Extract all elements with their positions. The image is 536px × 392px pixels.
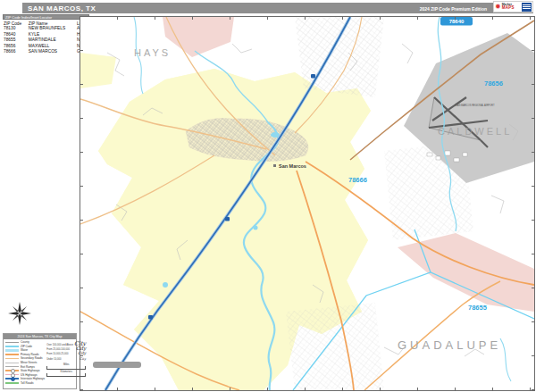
scale-bar-kilometers: Kilometers <box>46 371 86 377</box>
map-svg: HAYS CALDWELL GUADALUPE SAN MARCOS REGIO… <box>80 17 534 390</box>
page-title: SAN MARCOS, TX <box>28 4 96 13</box>
legend-panel: 2024 San Marcos, TX City Map County ZIP … <box>3 333 77 389</box>
map-canvas: HAYS CALDWELL GUADALUPE SAN MARCOS REGIO… <box>80 16 535 391</box>
zip-index-table: ZIP Code ZIP Name LOC 78130 NEW BRAUNFEL… <box>3 21 89 55</box>
pond <box>163 282 168 288</box>
zip-label-78666: 78666 <box>348 176 367 184</box>
road-label-capsule <box>93 362 141 368</box>
edition-label: 2024 ZIP Code Premium Edition <box>420 6 487 12</box>
compass-rose-icon <box>6 300 33 330</box>
zip-area-yellow-patch <box>80 53 116 88</box>
marketmaps-logo: ✹ Market MAPS <box>493 1 533 13</box>
street-texture-south <box>286 303 384 390</box>
zip-index-title: ZIP Code Index/Inset Locator <box>3 14 89 20</box>
grid-ticks-bottom <box>80 388 534 390</box>
city-area-martindale <box>398 233 534 312</box>
zip-index-panel: ZIP Code Index/Inset Locator ZIP Code ZI… <box>3 14 89 55</box>
county-label-hays: HAYS <box>134 47 171 58</box>
population-row: Under 10,000City <box>46 357 86 363</box>
table-row: 78666 SAN MARCOS G6 <box>3 49 89 55</box>
logo-burst-icon: ✹ <box>495 4 501 11</box>
pond <box>254 226 258 230</box>
street-texture-north <box>295 17 384 97</box>
logo-word-bottom: MAPS <box>502 6 515 11</box>
zip-label-78656: 78656 <box>484 79 503 88</box>
grid-ticks-top <box>80 17 534 20</box>
header-bar: SAN MARCOS, TX 2024 ZIP Code Premium Edi… <box>22 3 533 13</box>
city-area-kyle <box>163 17 234 57</box>
legend-item: Toll Roads <box>5 380 45 385</box>
city-marker <box>273 164 276 167</box>
legend-items: County ZIP Code Water Primary Roads Seco… <box>5 340 45 385</box>
city-label: San Marcos <box>279 163 306 169</box>
grid-ticks-right <box>532 17 534 390</box>
grid-ticks-left <box>80 17 83 390</box>
county-label-caldwell: CALDWELL <box>438 126 512 137</box>
zip-label-78655: 78655 <box>468 304 487 312</box>
page: SAN MARCOS, TX 2024 ZIP Code Premium Edi… <box>0 0 536 392</box>
logo-blue-box <box>522 3 532 12</box>
airport-label: SAN MARCOS REGIONAL AIRPORT <box>456 104 495 107</box>
population-key: Over 100,000 and AboveCity From 25,000-1… <box>45 340 86 385</box>
spring-lake <box>271 132 280 138</box>
county-label-guadalupe: GUADALUPE <box>398 338 501 352</box>
scale-bar-miles: Miles <box>46 363 86 370</box>
